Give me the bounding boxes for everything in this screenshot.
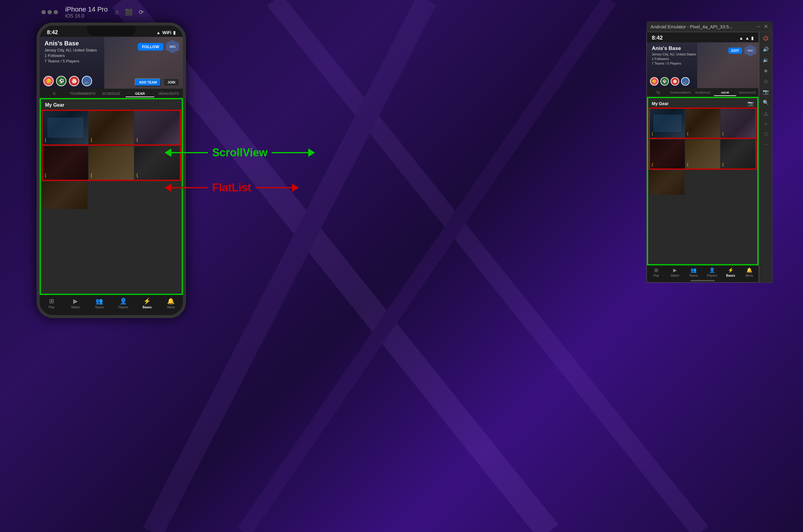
android-share-icon-4[interactable]: ⟨ xyxy=(652,162,653,167)
volume-down-icon[interactable]: 🔉 xyxy=(763,57,769,63)
tab-tournaments[interactable]: TOURNAMENTS xyxy=(68,91,97,97)
android-share-icon-5[interactable]: ⟨ xyxy=(687,162,688,167)
minimize-button[interactable]: – xyxy=(757,23,760,30)
share-icon-3[interactable]: ⟨ xyxy=(136,137,138,143)
android-gear-item-7[interactable] xyxy=(649,170,685,195)
nav-alerts[interactable]: 🔔 Alerts xyxy=(159,297,183,309)
rotate-icon[interactable]: ⟳ xyxy=(139,8,144,16)
tab-schedule[interactable]: SCHEDULE xyxy=(97,91,126,97)
tab-s[interactable]: 'S xyxy=(40,91,68,97)
iphone-section: iPhone 14 Pro iOS 16.0 ⌂ ⬛ ⟳ 8:42 ▲ WiFi… xyxy=(37,3,186,318)
circle-icon[interactable]: ○ xyxy=(764,121,767,127)
android-gear-header: My Gear 📷 xyxy=(648,98,757,108)
share-icon-5[interactable]: ⟨ xyxy=(91,172,92,178)
gear-item-3[interactable]: ⟨ xyxy=(134,111,180,145)
android-tab-highlights[interactable]: HIGHLIGHTS xyxy=(736,90,759,96)
android-status-bar: 8:42 ▲ ▲ ▮ xyxy=(647,32,759,42)
android-my-gear-title: My Gear xyxy=(652,101,669,106)
close-button[interactable]: ✕ xyxy=(764,23,768,30)
scrollview-text: ScrollView xyxy=(212,146,267,159)
android-share-icon-3[interactable]: ⟨ xyxy=(722,131,724,136)
android-frame: 8:42 ▲ ▲ ▮ Anis's Base Jersey Cit xyxy=(646,32,759,283)
sport-icons-row: 😊 ⚽ ⚾ 🏒 xyxy=(43,76,92,86)
android-share-icon-1[interactable]: ⟨ xyxy=(652,131,653,136)
android-gear-item-5[interactable]: ⟨ xyxy=(685,139,720,169)
tab-highlights[interactable]: HIGHLIGHTS xyxy=(154,91,183,97)
gear-item-2[interactable]: ⟨ xyxy=(89,111,134,145)
share-icon-2[interactable]: ⟨ xyxy=(91,137,92,143)
svg-line-2 xyxy=(152,0,427,532)
sport-icon-face: 😊 xyxy=(43,76,54,86)
android-tab-tournaments[interactable]: TOURNAMENTS xyxy=(669,90,691,96)
android-gear-scrollview[interactable]: My Gear 📷 ⟨ ⟨ ⟨ xyxy=(647,97,759,265)
bases-nav-label: Bases xyxy=(143,306,151,309)
wifi-icon: WiFi xyxy=(163,30,171,35)
zoom-icon[interactable]: 🔍 xyxy=(763,100,769,106)
android-gear-item-4[interactable]: ⟨ xyxy=(650,139,685,169)
follow-button[interactable]: FOLLOW xyxy=(138,43,163,51)
android-share-icon-6[interactable]: ⟨ xyxy=(722,162,724,167)
android-gear-item-2[interactable]: ⟨ xyxy=(685,109,720,138)
action-row: ADD TEAM JOIN xyxy=(135,78,179,86)
power-icon[interactable]: ⏻ xyxy=(763,35,768,41)
android-watch-icon: ▶ xyxy=(673,267,677,273)
android-tab-s[interactable]: TS xyxy=(647,90,669,96)
gear-scrollview-container[interactable]: My Gear ⟨ ⟨ ⟨ ⟨ xyxy=(40,98,183,295)
add-team-button[interactable]: ADD TEAM xyxy=(135,78,161,86)
square-icon[interactable]: □ xyxy=(764,131,767,137)
android-edit-button[interactable]: EDIT xyxy=(728,48,742,54)
camera-side-icon[interactable]: 📷 xyxy=(763,89,769,95)
tab-gear[interactable]: GEAR xyxy=(126,91,154,97)
android-teams-icon: 👥 xyxy=(691,267,697,273)
iphone-notch xyxy=(87,25,136,36)
android-nav-bases[interactable]: ⚡ Bases xyxy=(721,267,740,277)
android-share-icon-2[interactable]: ⟨ xyxy=(687,131,688,136)
android-nav-play[interactable]: ⊞ Play xyxy=(647,267,666,277)
android-tab-schedule[interactable]: SCHEDULE xyxy=(692,90,714,96)
share-icon-4[interactable]: ⟨ xyxy=(44,172,46,178)
android-gear-item-6[interactable]: ⟨ xyxy=(721,139,755,169)
home-indicator-bar xyxy=(691,280,715,281)
android-gear-item-1[interactable]: ⟨ xyxy=(650,109,685,138)
android-profile-teams: 7 Teams / 5 Players xyxy=(652,61,753,65)
screenshot-icon[interactable]: ⬛ xyxy=(125,8,133,16)
diamond-outline-icon[interactable]: ◇ xyxy=(764,78,768,84)
nav-watch[interactable]: ▶ Watch xyxy=(63,297,87,309)
gear-item-1[interactable]: ⟨ xyxy=(43,111,88,145)
gear-section-header: My Gear xyxy=(41,99,182,110)
volume-up-icon[interactable]: 🔊 xyxy=(763,46,769,52)
iphone-bottom-nav: ⊞ Play ▶ Watch 👥 Teams 👤 Players ⚡ B xyxy=(40,295,183,315)
android-titlebar: Android Emulator - Pixel_4a_API_33:5... … xyxy=(646,21,772,32)
share-icon-1[interactable]: ⟨ xyxy=(44,137,46,143)
more-icon[interactable]: ··· xyxy=(764,142,768,147)
nav-teams[interactable]: 👥 Teams xyxy=(88,297,111,309)
android-sport-face: 😊 xyxy=(650,77,658,86)
iphone-screen: 8:42 ▲ WiFi ▮ Anis's Base Jersey City, N… xyxy=(40,25,183,315)
android-teams-label: Teams xyxy=(689,274,698,277)
nav-players[interactable]: 👤 Players xyxy=(111,297,135,309)
gear-flatlist-row1: ⟨ ⟨ ⟨ xyxy=(41,110,181,146)
gear-flatlist-row2: ⟨ ⟨ ⟨ xyxy=(41,146,181,181)
camera-icon[interactable]: 📷 xyxy=(748,100,753,106)
iphone-profile-section: Anis's Base Jersey City, NJ, United Stat… xyxy=(40,37,183,89)
android-nav-alerts[interactable]: 🔔 Alerts xyxy=(740,267,759,277)
android-nav-watch[interactable]: ▶ Watch xyxy=(666,267,684,277)
android-nav-players[interactable]: 👤 Players xyxy=(703,267,721,277)
join-button[interactable]: JOIN xyxy=(163,78,179,86)
play-nav-icon: ⊞ xyxy=(49,297,54,305)
nav-bases[interactable]: ⚡ Bases xyxy=(135,297,159,309)
nav-play[interactable]: ⊞ Play xyxy=(40,297,63,309)
iphone-time: 8:42 xyxy=(47,29,58,36)
home-icon[interactable]: ⌂ xyxy=(115,8,118,16)
diamond-icon[interactable]: ◈ xyxy=(764,68,768,73)
flatlist-text: FlatList xyxy=(212,181,251,194)
share-icon-6[interactable]: ⟨ xyxy=(136,172,138,178)
triangle-icon[interactable]: △ xyxy=(764,110,768,116)
android-nav-teams[interactable]: 👥 Teams xyxy=(684,267,703,277)
android-signal-icon: ▲ xyxy=(745,36,749,40)
android-tab-gear[interactable]: GEAR xyxy=(714,90,736,96)
gear-item-5[interactable]: ⟨ xyxy=(89,146,134,180)
gear-item-7[interactable] xyxy=(41,182,88,209)
android-gear-item-3[interactable]: ⟨ xyxy=(721,109,755,138)
gear-item-4[interactable]: ⟨ xyxy=(43,146,88,180)
